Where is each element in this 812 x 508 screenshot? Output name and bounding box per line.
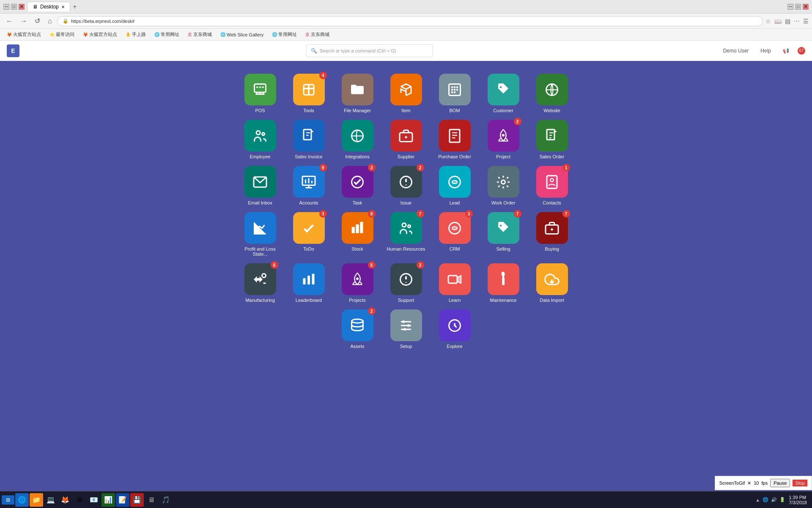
app-icon-leaderboard[interactable]: Leaderboard xyxy=(289,263,329,303)
app-icon-website[interactable]: Website xyxy=(532,74,572,113)
new-tab-button[interactable]: + xyxy=(73,3,77,11)
app-icon-supplier[interactable]: Supplier xyxy=(386,120,426,159)
pause-button[interactable]: Pause xyxy=(770,479,790,487)
app-icon-project[interactable]: 2Project xyxy=(483,120,524,159)
app-label-todo: ToDo xyxy=(303,246,314,251)
taskbar-chrome-icon[interactable]: ⚙ xyxy=(73,493,86,507)
app-icon-issue[interactable]: 2Issue xyxy=(386,166,426,205)
search-box[interactable]: 🔍 Search or type a command (Ctrl + G) xyxy=(306,44,433,57)
app-icon-tools[interactable]: 4Tools xyxy=(289,74,329,113)
bookmark-firefox[interactable]: 🦊火狐官方站点 xyxy=(80,30,121,39)
app-icon-customer[interactable]: Customer xyxy=(483,74,524,113)
app-icon-box-projects: 5 xyxy=(342,263,373,295)
app-label-selling: Selling xyxy=(496,246,510,251)
bookmark-jd2[interactable]: 京京东商城 xyxy=(302,30,333,39)
app-icon-integrations[interactable]: Integrations xyxy=(337,120,378,159)
maximize-btn[interactable]: □ xyxy=(11,4,17,10)
app-icon-email-inbox[interactable]: Email Inbox xyxy=(240,166,280,205)
favorites-icon[interactable]: ☆ xyxy=(765,18,771,25)
app-icon-crm[interactable]: 3CRM xyxy=(435,212,475,257)
app-icon-item[interactable]: Item xyxy=(386,74,426,113)
app-label-pos: POS xyxy=(255,108,265,113)
address-bar[interactable]: 🔒 https://beta.erpnext.com/desk# xyxy=(57,16,763,26)
app-icon-maintenance[interactable]: Maintenance xyxy=(483,263,524,303)
taskbar-email-icon[interactable]: 📧 xyxy=(87,493,101,507)
app-icon-explore[interactable]: Explore xyxy=(435,309,475,349)
app-icon-todo[interactable]: 3ToDo xyxy=(289,212,329,257)
ssl-lock-icon: 🔒 xyxy=(63,18,69,24)
bookmark-sohu[interactable]: 🦊火狐官方站点 xyxy=(3,30,44,39)
svg-point-60 xyxy=(454,325,455,326)
app-icon-selling[interactable]: 7Selling xyxy=(483,212,524,257)
app-icon-work-order[interactable]: Work Order xyxy=(483,166,524,205)
taskbar-firefox-icon[interactable]: 🦊 xyxy=(58,493,72,507)
app-icon-purchase-order[interactable]: Purchase Order xyxy=(435,120,475,159)
bookmark-webslice[interactable]: 🌐Web Slice Gallery xyxy=(217,31,267,38)
app-icon-sales-order[interactable]: Sales Order xyxy=(532,120,572,159)
forward-button[interactable]: → xyxy=(18,17,30,26)
app-icon-buying[interactable]: 7Buying xyxy=(532,212,572,257)
svg-rect-2 xyxy=(259,86,261,88)
app-icon-manufacturing[interactable]: 6Manufacturing xyxy=(240,263,280,303)
menu-icon[interactable]: ☰ xyxy=(803,18,809,25)
start-button[interactable]: ⊞ xyxy=(2,495,14,505)
taskbar-ppt-icon[interactable]: 💾 xyxy=(130,493,144,507)
tray-battery[interactable]: 🔋 xyxy=(779,497,785,502)
refresh-button[interactable]: ↺ xyxy=(32,16,43,26)
app-logo[interactable]: E xyxy=(7,44,19,57)
app-icon-assets[interactable]: 2Assets xyxy=(337,309,378,349)
megaphone-icon[interactable]: 📢 xyxy=(779,46,793,55)
taskbar-screen-icon[interactable]: 🖥 xyxy=(145,493,158,507)
notification-badge[interactable]: 67 xyxy=(798,47,805,55)
back-button[interactable]: ← xyxy=(3,17,15,26)
tray-sound[interactable]: 🔊 xyxy=(771,497,777,502)
taskbar-media-icon[interactable]: 🎵 xyxy=(159,493,173,507)
app-icon-projects[interactable]: 5Projects xyxy=(337,263,378,303)
app-icon-sales-invoice[interactable]: Sales Invoice xyxy=(289,120,329,159)
taskbar-excel-icon[interactable]: 📊 xyxy=(102,493,115,507)
browser-tab[interactable]: 🖥 Desktop ✕ xyxy=(27,2,70,11)
help-btn[interactable]: Help xyxy=(757,46,774,55)
close-btn[interactable]: ✕ xyxy=(19,4,25,10)
app-icon-pos[interactable]: POS xyxy=(240,74,280,113)
taskbar-ie-icon[interactable]: 🌐 xyxy=(15,493,29,507)
app-icon-support[interactable]: 2Support xyxy=(386,263,426,303)
more-icon[interactable]: ⋯ xyxy=(794,18,800,25)
app-icon-file-manager[interactable]: File Manager xyxy=(337,74,378,113)
app-icon-contacts[interactable]: 1Contacts xyxy=(532,166,572,205)
badge-contacts: 1 xyxy=(562,164,570,171)
minimize-btn[interactable]: ─ xyxy=(3,4,9,10)
app-icon-task[interactable]: 3Task xyxy=(337,166,378,205)
win-minimize[interactable]: ─ xyxy=(787,4,793,10)
bookmark-common[interactable]: 🌐常用网址 xyxy=(151,30,183,39)
win-close[interactable]: ✕ xyxy=(803,4,809,10)
taskbar-word-icon[interactable]: 📝 xyxy=(116,493,129,507)
app-icon-lead[interactable]: Lead xyxy=(435,166,475,205)
bookmark-common2[interactable]: 🌐常用网址 xyxy=(269,30,300,39)
app-icon-setup[interactable]: Setup xyxy=(386,309,426,349)
user-menu[interactable]: Demo User xyxy=(720,46,752,55)
app-icon-profit-loss[interactable]: Profit and Loss State... xyxy=(240,212,280,257)
tray-arrow[interactable]: ▲ xyxy=(755,497,760,502)
home-button[interactable]: ⌂ xyxy=(45,17,55,26)
bookmark-road[interactable]: ✋手上路 xyxy=(122,30,149,39)
bookmark-jd[interactable]: 京京东商城 xyxy=(184,30,215,39)
app-icon-learn[interactable]: Learn xyxy=(435,263,475,303)
app-icon-employee[interactable]: Employee xyxy=(240,120,280,159)
reader-icon[interactable]: 📖 xyxy=(774,18,782,25)
win-maximize[interactable]: □ xyxy=(795,4,801,10)
taskbar-folder-icon[interactable]: 📁 xyxy=(30,493,43,507)
tab-close-btn[interactable]: ✕ xyxy=(61,5,65,9)
app-icon-human-resources[interactable]: 7Human Resources xyxy=(386,212,426,257)
taskbar-computer-icon[interactable]: 💻 xyxy=(44,493,58,507)
app-label-bom: BOM xyxy=(449,108,460,113)
bookmark-frequent[interactable]: ⭐最常访问 xyxy=(46,30,78,39)
sidebar-icon[interactable]: ▤ xyxy=(785,18,790,25)
app-icon-data-import[interactable]: Data Import xyxy=(532,263,572,303)
app-icon-accounts[interactable]: 9Accounts xyxy=(289,166,329,205)
app-icon-bom[interactable]: BOM xyxy=(435,74,475,113)
tray-network[interactable]: 🌐 xyxy=(763,497,768,502)
screenrecorder-close[interactable]: ✕ xyxy=(747,480,751,486)
app-icon-stock[interactable]: 8Stock xyxy=(337,212,378,257)
stop-button[interactable]: Stop xyxy=(793,480,807,486)
